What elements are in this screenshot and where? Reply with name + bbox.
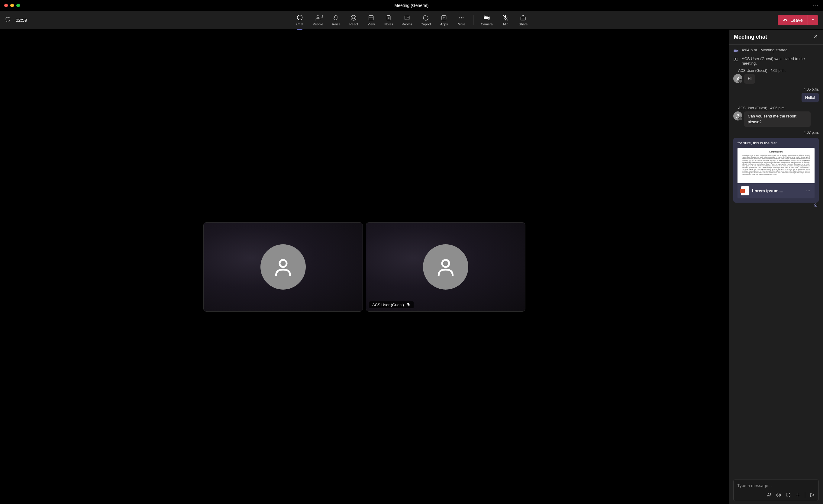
file-more-button[interactable]: ⋯: [806, 189, 811, 193]
people-icon: [315, 14, 321, 21]
message-time: 4:05 p.m.: [771, 68, 786, 73]
leave-button[interactable]: Leave: [778, 15, 808, 25]
people-button[interactable]: 2 People: [309, 13, 327, 28]
video-tile-guest[interactable]: ACS User (Guest): [366, 222, 525, 312]
chat-messages: 4:04 p.m.Meeting started ACS User (Guest…: [729, 45, 823, 476]
svg-point-4: [354, 17, 355, 17]
notes-button[interactable]: Notes: [380, 13, 397, 28]
svg-point-28: [778, 494, 778, 495]
compose-actions: [737, 492, 815, 498]
message-bubble[interactable]: Hello!: [802, 93, 819, 102]
mic-muted-icon: [406, 303, 410, 307]
message-group: ACS User (Guest) 4:05 p.m. Hi: [733, 68, 819, 84]
svg-point-9: [459, 17, 460, 18]
mic-off-icon: [502, 14, 509, 21]
message-group-me: 4:07 p.m. for sure, this is the file: Lo…: [733, 131, 819, 208]
meeting-timer: 02:59: [16, 17, 27, 23]
leave-label: Leave: [790, 17, 803, 23]
preview-title: Lorem ipsum: [742, 151, 810, 153]
leave-button-group: Leave: [778, 15, 818, 25]
person-add-icon: [733, 57, 739, 62]
window-minimize-button[interactable]: [10, 4, 14, 7]
svg-point-10: [461, 17, 462, 18]
copilot-button[interactable]: Copilot: [416, 13, 435, 28]
system-event-invited: ACS User (Guest) was invited to the meet…: [733, 56, 819, 65]
tile-name: ACS User (Guest): [372, 303, 404, 307]
react-button[interactable]: React: [345, 13, 362, 28]
svg-point-0: [297, 15, 302, 20]
add-icon[interactable]: [795, 492, 801, 498]
message-time: 4:06 p.m.: [771, 106, 786, 110]
tile-label: ACS User (Guest): [369, 301, 414, 308]
person-icon: [735, 76, 740, 81]
view-button[interactable]: View: [362, 13, 380, 28]
message-group-me: 4:05 p.m. Hello!: [733, 87, 819, 102]
svg-point-3: [353, 17, 353, 17]
svg-point-29: [779, 494, 780, 495]
file-message[interactable]: for sure, this is the file: Lorem ipsum …: [733, 138, 819, 203]
apps-button[interactable]: Apps: [435, 13, 453, 28]
message-bubble[interactable]: Hi: [744, 74, 755, 84]
window-maximize-button[interactable]: [16, 4, 20, 7]
format-icon[interactable]: [766, 492, 772, 498]
message-group: ACS User (Guest) 4:06 p.m. Can you send …: [733, 106, 819, 127]
react-label: React: [349, 22, 358, 26]
person-icon: [273, 256, 294, 277]
camera-label: Camera: [481, 22, 493, 26]
camera-off-icon: [483, 14, 490, 21]
toolbar-separator: [473, 15, 474, 25]
svg-rect-20: [734, 49, 737, 52]
loop-icon[interactable]: [786, 492, 791, 498]
video-tile-self[interactable]: [203, 222, 363, 312]
people-count: 2: [321, 15, 323, 18]
svg-point-25: [737, 114, 738, 116]
shield-icon[interactable]: [5, 16, 11, 24]
notes-label: Notes: [384, 22, 393, 26]
message-bubble[interactable]: Can you send me the report please?: [744, 111, 811, 127]
system-text: ACS User (Guest) was invited to the meet…: [742, 56, 819, 65]
more-icon: [458, 14, 465, 21]
message-input[interactable]: [737, 483, 815, 488]
send-icon[interactable]: [809, 492, 815, 498]
chat-icon: [296, 14, 303, 21]
file-name: Lorem ipsum....: [752, 189, 803, 193]
chat-button[interactable]: Chat: [291, 13, 309, 28]
file-preview[interactable]: Lorem ipsum Lorem ipsum dolor sit amet, …: [737, 148, 815, 183]
meeting-toolbar: 02:59 Chat 2 People Raise React View Not…: [0, 11, 823, 30]
file-attachment-bar[interactable]: Lorem ipsum.... ⋯: [737, 183, 815, 198]
raise-hand-button[interactable]: Raise: [328, 13, 345, 28]
chat-title: Meeting chat: [734, 34, 767, 40]
svg-point-17: [442, 260, 449, 267]
window-more-button[interactable]: ⋯: [812, 2, 819, 9]
share-button[interactable]: Share: [514, 13, 532, 28]
avatar: [261, 244, 306, 290]
system-text: Meeting started: [761, 48, 788, 52]
chat-close-button[interactable]: [813, 34, 818, 40]
mic-button[interactable]: Mic: [497, 13, 514, 28]
copilot-icon: [423, 14, 429, 21]
main-area: ACS User (Guest) Meeting chat 4:04 p.m.M…: [0, 30, 823, 504]
emoji-icon[interactable]: [776, 492, 781, 498]
copilot-label: Copilot: [421, 22, 431, 26]
svg-point-24: [737, 77, 738, 78]
video-stage: ACS User (Guest): [0, 30, 729, 504]
apps-icon: [441, 14, 448, 21]
raise-hand-icon: [333, 14, 340, 21]
leave-dropdown-button[interactable]: [808, 15, 818, 25]
message-time: 4:05 p.m.: [733, 87, 819, 91]
message-text: for sure, this is the file:: [733, 138, 819, 148]
message-time: 4:07 p.m.: [733, 131, 819, 135]
system-event-meeting-started: 4:04 p.m.Meeting started: [733, 48, 819, 53]
chat-panel: Meeting chat 4:04 p.m.Meeting started AC…: [729, 30, 823, 504]
compose-box[interactable]: [733, 480, 819, 501]
message-sender: ACS User (Guest): [738, 68, 768, 73]
svg-point-2: [351, 15, 356, 20]
sent-check-icon: [814, 203, 818, 207]
camera-button[interactable]: Camera: [477, 13, 497, 28]
view-icon: [368, 14, 375, 21]
rooms-label: Rooms: [402, 22, 413, 26]
more-button[interactable]: More: [453, 13, 470, 28]
window-close-button[interactable]: [4, 4, 8, 7]
svg-point-22: [735, 59, 736, 60]
rooms-button[interactable]: Rooms: [397, 13, 417, 28]
